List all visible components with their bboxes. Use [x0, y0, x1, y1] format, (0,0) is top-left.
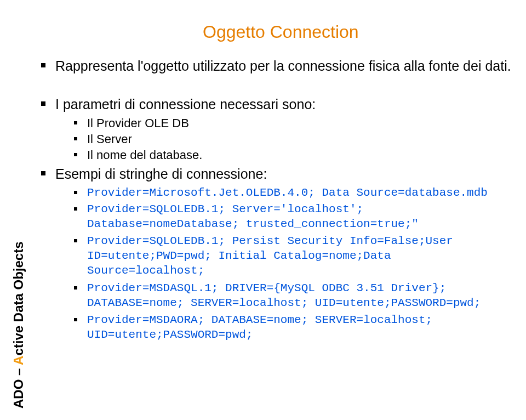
- bullet-1: Rappresenta l'oggetto utilizzato per la …: [41, 58, 512, 75]
- code-example-4: Provider=MSDASQL.1; DRIVER={MySQL ODBC 3…: [74, 281, 512, 311]
- code-example-2: Provider=SQLOLEDB.1; Server='localhost';…: [74, 202, 512, 232]
- code-5-line2: UID=utente;PASSWORD=pwd;: [74, 328, 253, 341]
- bullet-icon: [74, 286, 77, 290]
- bullet-3: Esempi di stringhe di connessione:: [41, 166, 512, 183]
- code-4-line1: Provider=MSDASQL.1; DRIVER={MySQL ODBC 3…: [87, 281, 446, 296]
- sub-2: Il Server: [74, 132, 132, 146]
- sidebar-rest: ctive Data Objects: [11, 241, 26, 355]
- code-2-line1: Provider=SQLOLEDB.1; Server='localhost';: [87, 202, 363, 217]
- bullet-icon: [74, 318, 77, 321]
- code-3-line3: Source=localhost;: [74, 264, 204, 277]
- sub-3-text: Il nome del database.: [87, 148, 202, 162]
- bullet-2-text: I parametri di connessione necessari son…: [55, 96, 316, 113]
- bullet-icon: [41, 101, 45, 106]
- bullet-icon: [74, 207, 77, 211]
- code-3-line2: ID=utente;PWD=pwd; Initial Catalog=nome;…: [74, 249, 391, 262]
- bullet-2: I parametri di connessione necessari son…: [41, 96, 512, 113]
- bullet-icon: [74, 239, 77, 242]
- code-2-line2: Database=nomeDatabase; trusted_connectio…: [74, 218, 419, 230]
- bullet-3-text: Esempi di stringhe di connessione:: [55, 166, 267, 183]
- bullet-icon: [74, 121, 77, 124]
- sub-1: Il Provider OLE DB: [74, 116, 189, 130]
- bullet-icon: [74, 153, 77, 156]
- sub-3: Il nome del database.: [74, 148, 202, 162]
- code-example-5: Provider=MSDAORA; DATABASE=nome; SERVER=…: [74, 313, 512, 343]
- bullet-icon: [74, 191, 77, 194]
- code-example-1: Provider=Microsoft.Jet.OLEDB.4.0; Data S…: [74, 186, 512, 201]
- code-example-3: Provider=SQLOLEDB.1; Persist Security In…: [74, 234, 512, 279]
- bullet-icon: [41, 63, 45, 67]
- page-title: Oggetto Connection: [203, 22, 359, 42]
- sidebar-label: ADO – Active Data Objects: [11, 241, 26, 408]
- sidebar-prefix: ADO –: [11, 365, 26, 408]
- bullet-1-text: Rappresenta l'oggetto utilizzato per la …: [55, 58, 511, 75]
- sidebar-highlight: A: [11, 356, 26, 365]
- code-4-line2: DATABASE=nome; SERVER=localhost; UID=ute…: [74, 297, 481, 309]
- code-1-line: Provider=Microsoft.Jet.OLEDB.4.0; Data S…: [87, 186, 488, 201]
- bullet-icon: [74, 137, 77, 140]
- code-3-line1: Provider=SQLOLEDB.1; Persist Security In…: [87, 234, 453, 249]
- bullet-icon: [41, 171, 45, 175]
- sub-2-text: Il Server: [87, 132, 132, 146]
- sub-1-text: Il Provider OLE DB: [87, 116, 189, 130]
- code-5-line1: Provider=MSDAORA; DATABASE=nome; SERVER=…: [87, 313, 432, 328]
